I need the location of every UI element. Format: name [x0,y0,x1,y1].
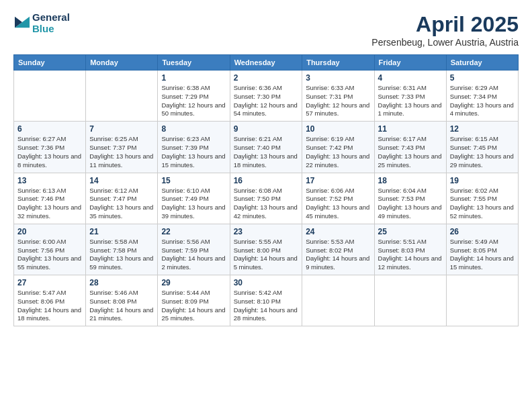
calendar-cell: 9Sunrise: 6:21 AMSunset: 7:40 PMDaylight… [230,122,302,173]
col-saturday: Saturday [446,55,518,71]
day-info: Sunrise: 6:21 AMSunset: 7:40 PMDaylight:… [234,135,299,169]
calendar-cell: 12Sunrise: 6:15 AMSunset: 7:45 PMDayligh… [446,122,518,173]
calendar-week-row: 27Sunrise: 5:47 AMSunset: 8:06 PMDayligh… [14,275,519,326]
day-number: 29 [161,278,226,287]
location-subtitle: Persenbeug, Lower Austria, Austria [371,37,519,48]
day-info: Sunrise: 5:53 AMSunset: 8:02 PMDaylight:… [306,238,370,272]
day-info: Sunrise: 5:56 AMSunset: 7:59 PMDaylight:… [161,238,226,272]
calendar-cell [302,275,374,326]
day-number: 30 [234,278,299,287]
calendar-header-row: Sunday Monday Tuesday Wednesday Thursday… [14,55,519,71]
calendar-cell: 19Sunrise: 6:02 AMSunset: 7:55 PMDayligh… [446,173,518,224]
calendar-week-row: 6Sunrise: 6:27 AMSunset: 7:36 PMDaylight… [14,122,519,173]
page: General Blue April 2025 Persenbeug, Lowe… [0,0,532,411]
day-info: Sunrise: 6:27 AMSunset: 7:36 PMDaylight:… [17,135,82,169]
calendar-week-row: 1Sunrise: 6:38 AMSunset: 7:29 PMDaylight… [14,71,519,122]
day-info: Sunrise: 6:33 AMSunset: 7:31 PMDaylight:… [306,84,370,118]
calendar-cell: 28Sunrise: 5:46 AMSunset: 8:08 PMDayligh… [86,275,158,326]
calendar-cell: 4Sunrise: 6:31 AMSunset: 7:33 PMDaylight… [374,71,446,122]
calendar-cell: 17Sunrise: 6:06 AMSunset: 7:52 PMDayligh… [302,173,374,224]
day-number: 3 [306,73,370,83]
logo-text-line2: Blue [32,24,70,35]
day-info: Sunrise: 6:25 AMSunset: 7:37 PMDaylight:… [89,135,154,169]
day-number: 22 [161,227,226,236]
calendar-cell: 25Sunrise: 5:51 AMSunset: 8:03 PMDayligh… [374,224,446,275]
day-info: Sunrise: 6:15 AMSunset: 7:45 PMDaylight:… [450,135,515,169]
col-monday: Monday [86,55,158,71]
logo: General Blue [13,12,70,34]
day-info: Sunrise: 5:47 AMSunset: 8:06 PMDaylight:… [17,289,82,323]
day-number: 10 [306,124,370,134]
day-number: 24 [306,227,370,236]
day-info: Sunrise: 5:55 AMSunset: 8:00 PMDaylight:… [234,238,299,272]
day-number: 1 [161,73,226,83]
calendar-cell [86,71,158,122]
calendar-week-row: 13Sunrise: 6:13 AMSunset: 7:46 PMDayligh… [14,173,519,224]
calendar-cell: 20Sunrise: 6:00 AMSunset: 7:56 PMDayligh… [14,224,86,275]
calendar-cell [14,71,86,122]
month-title: April 2025 [371,12,519,37]
day-number: 18 [378,176,443,185]
day-number: 21 [89,227,154,236]
day-info: Sunrise: 6:13 AMSunset: 7:46 PMDaylight:… [17,187,82,221]
calendar-cell: 16Sunrise: 6:08 AMSunset: 7:50 PMDayligh… [230,173,302,224]
calendar-cell: 6Sunrise: 6:27 AMSunset: 7:36 PMDaylight… [14,122,86,173]
calendar-cell: 23Sunrise: 5:55 AMSunset: 8:00 PMDayligh… [230,224,302,275]
day-number: 26 [450,227,515,236]
calendar-cell: 27Sunrise: 5:47 AMSunset: 8:06 PMDayligh… [14,275,86,326]
day-info: Sunrise: 6:38 AMSunset: 7:29 PMDaylight:… [161,84,226,118]
day-info: Sunrise: 6:00 AMSunset: 7:56 PMDaylight:… [17,238,82,272]
day-info: Sunrise: 6:10 AMSunset: 7:49 PMDaylight:… [161,187,226,221]
calendar-cell: 7Sunrise: 6:25 AMSunset: 7:37 PMDaylight… [86,122,158,173]
calendar-cell: 11Sunrise: 6:17 AMSunset: 7:43 PMDayligh… [374,122,446,173]
logo-icon [15,15,30,30]
day-info: Sunrise: 6:23 AMSunset: 7:39 PMDaylight:… [161,135,226,169]
day-number: 15 [161,176,226,185]
day-number: 28 [89,278,154,287]
calendar-cell: 3Sunrise: 6:33 AMSunset: 7:31 PMDaylight… [302,71,374,122]
col-sunday: Sunday [14,55,86,71]
day-number: 25 [378,227,443,236]
calendar-cell [446,275,518,326]
calendar-cell: 15Sunrise: 6:10 AMSunset: 7:49 PMDayligh… [158,173,230,224]
day-number: 23 [234,227,299,236]
calendar-cell: 21Sunrise: 5:58 AMSunset: 7:58 PMDayligh… [86,224,158,275]
day-number: 12 [450,124,515,134]
calendar-cell: 14Sunrise: 6:12 AMSunset: 7:47 PMDayligh… [86,173,158,224]
day-number: 9 [234,124,299,134]
calendar-cell: 30Sunrise: 5:42 AMSunset: 8:10 PMDayligh… [230,275,302,326]
calendar-cell: 5Sunrise: 6:29 AMSunset: 7:34 PMDaylight… [446,71,518,122]
calendar-cell: 13Sunrise: 6:13 AMSunset: 7:46 PMDayligh… [14,173,86,224]
day-info: Sunrise: 5:44 AMSunset: 8:09 PMDaylight:… [161,289,226,323]
day-number: 14 [89,176,154,185]
col-wednesday: Wednesday [230,55,302,71]
day-info: Sunrise: 5:51 AMSunset: 8:03 PMDaylight:… [378,238,443,272]
day-info: Sunrise: 6:17 AMSunset: 7:43 PMDaylight:… [378,135,443,169]
title-block: April 2025 Persenbeug, Lower Austria, Au… [371,12,519,48]
calendar-week-row: 20Sunrise: 6:00 AMSunset: 7:56 PMDayligh… [14,224,519,275]
calendar-cell: 26Sunrise: 5:49 AMSunset: 8:05 PMDayligh… [446,224,518,275]
day-info: Sunrise: 6:31 AMSunset: 7:33 PMDaylight:… [378,84,443,118]
col-tuesday: Tuesday [158,55,230,71]
day-info: Sunrise: 6:19 AMSunset: 7:42 PMDaylight:… [306,135,370,169]
day-info: Sunrise: 5:58 AMSunset: 7:58 PMDaylight:… [89,238,154,272]
calendar-cell: 8Sunrise: 6:23 AMSunset: 7:39 PMDaylight… [158,122,230,173]
logo-text-line1: General [32,12,70,24]
calendar-table: Sunday Monday Tuesday Wednesday Thursday… [13,54,519,326]
day-number: 19 [450,176,515,185]
day-number: 4 [378,73,443,83]
calendar-cell: 29Sunrise: 5:44 AMSunset: 8:09 PMDayligh… [158,275,230,326]
day-info: Sunrise: 5:42 AMSunset: 8:10 PMDaylight:… [234,289,299,323]
day-info: Sunrise: 6:12 AMSunset: 7:47 PMDaylight:… [89,187,154,221]
day-info: Sunrise: 5:49 AMSunset: 8:05 PMDaylight:… [450,238,515,272]
calendar-cell: 2Sunrise: 6:36 AMSunset: 7:30 PMDaylight… [230,71,302,122]
day-number: 27 [17,278,82,287]
day-number: 7 [89,124,154,134]
day-number: 16 [234,176,299,185]
calendar-cell [374,275,446,326]
col-thursday: Thursday [302,55,374,71]
day-info: Sunrise: 6:04 AMSunset: 7:53 PMDaylight:… [378,187,443,221]
calendar-cell: 18Sunrise: 6:04 AMSunset: 7:53 PMDayligh… [374,173,446,224]
calendar-cell: 1Sunrise: 6:38 AMSunset: 7:29 PMDaylight… [158,71,230,122]
calendar-cell: 24Sunrise: 5:53 AMSunset: 8:02 PMDayligh… [302,224,374,275]
